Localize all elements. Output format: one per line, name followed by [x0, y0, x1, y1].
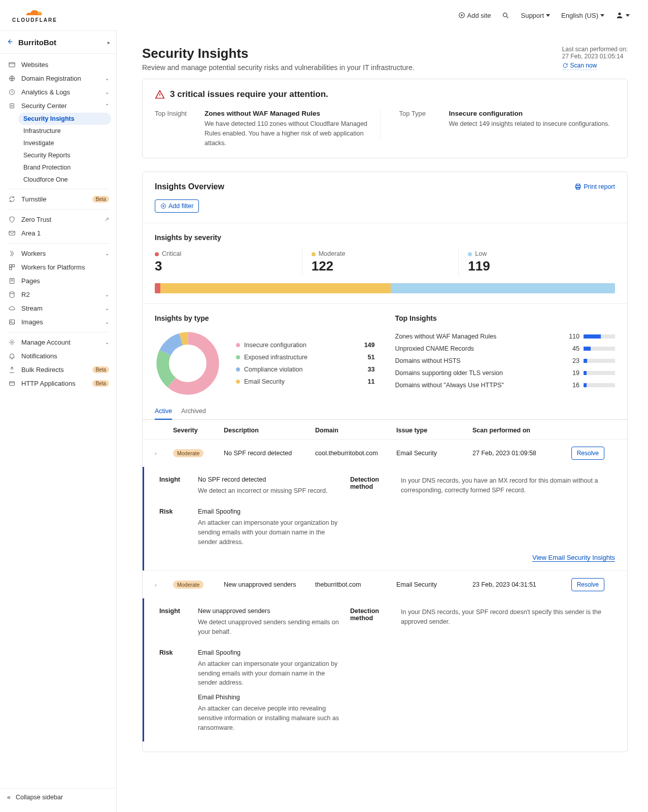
chevron-right-icon: ›: [155, 582, 168, 588]
caret-down-icon: [600, 14, 604, 17]
app-icon: [7, 380, 16, 387]
beta-badge: Beta: [92, 380, 109, 387]
sidebar-item-area1[interactable]: Area 1: [0, 226, 116, 240]
sidebar-item-images[interactable]: Images ⌄: [0, 315, 116, 329]
sidebar-item-notifications[interactable]: Notifications: [0, 349, 116, 363]
user-icon: [616, 11, 624, 19]
sidebar-item-turnstile[interactable]: Turnstile Beta: [0, 192, 116, 206]
row-description: New unapproved senders: [224, 581, 310, 588]
top-insights-heading: Top Insights: [395, 314, 616, 322]
sidebar-item-analytics[interactable]: Analytics & Logs ⌄: [0, 85, 116, 99]
sidebar-subitem-cloudforce-one[interactable]: Cloudforce One: [23, 174, 116, 186]
caret-down-icon: [626, 14, 630, 17]
arrow-left-icon: [6, 38, 13, 47]
main-content: Security Insights Review and manage pote…: [117, 30, 648, 812]
svg-point-13: [10, 292, 14, 294]
sidebar-item-r2[interactable]: R2 ⌄: [0, 288, 116, 301]
sidebar-subitem-security-insights[interactable]: Security Insights: [18, 113, 111, 125]
support-dropdown[interactable]: Support: [521, 12, 550, 19]
chevron-up-icon: ⌃: [105, 103, 109, 109]
storage-icon: [7, 291, 16, 298]
chevron-down-icon: ⌄: [105, 306, 109, 311]
account-switcher[interactable]: BurritoBot ▸: [0, 30, 116, 54]
workers-icon: [7, 250, 16, 257]
row-scan-time: 27 Feb, 2023 01:09:58: [472, 450, 559, 457]
sidebar-item-domain-registration[interactable]: Domain Registration ⌄: [0, 72, 116, 85]
plus-circle-icon: [160, 203, 166, 209]
scan-now-link[interactable]: Scan now: [562, 62, 597, 70]
add-filter-button[interactable]: Add filter: [155, 199, 199, 213]
top-type-label: Top Type: [399, 110, 440, 148]
svg-rect-3: [9, 62, 14, 67]
svg-point-1: [503, 13, 507, 17]
cloudflare-logo[interactable]: CLOUDFLARE: [12, 8, 57, 23]
row-issue-type: Email Security: [396, 581, 467, 588]
user-menu[interactable]: [616, 11, 630, 19]
insights-overview-card: Insights Overview Print report Add filte…: [142, 172, 628, 752]
row-issue-type: Email Security: [396, 450, 467, 457]
sidebar-subitem-investigate[interactable]: Investigate: [23, 137, 116, 149]
table-row[interactable]: › Moderate New unapproved senders thebur…: [143, 570, 627, 598]
row-scan-time: 23 Feb, 2023 04:31:51: [472, 581, 559, 588]
svg-point-26: [163, 339, 213, 389]
caret-down-icon: [546, 14, 550, 17]
chevron-down-icon: ⌄: [105, 251, 109, 256]
overview-title: Insights Overview: [155, 182, 224, 191]
row-detail: Insight No SPF record detectedWe detect …: [143, 467, 627, 570]
view-insights-link[interactable]: View Email Security Insights: [532, 554, 615, 562]
sidebar-item-websites[interactable]: Websites: [0, 58, 116, 72]
sidebar-item-stream[interactable]: Stream ⌄: [0, 301, 116, 315]
row-detail: Insight New unapproved sendersWe detect …: [143, 598, 627, 741]
svg-rect-11: [9, 267, 11, 269]
severity-pill: Moderate: [173, 449, 203, 457]
tab-active[interactable]: Active: [155, 403, 172, 420]
severity-pill: Moderate: [173, 581, 203, 589]
chevron-down-icon: ⌄: [105, 319, 109, 325]
sidebar-subitem-brand-protection[interactable]: Brand Protection: [23, 161, 116, 174]
page-title: Security Insights: [142, 46, 415, 61]
severity-bar-chart: [155, 283, 615, 293]
severity-heading: Insights by severity: [155, 233, 615, 242]
sidebar-item-security-center[interactable]: Security Center ⌃: [0, 99, 116, 113]
row-description: No SPF record detected: [224, 450, 310, 457]
svg-rect-9: [9, 265, 11, 267]
sidebar-item-zero-trust[interactable]: Zero Trust ↗: [0, 213, 116, 226]
svg-rect-14: [9, 320, 14, 324]
sidebar-item-bulk-redirects[interactable]: Bulk Redirects Beta: [0, 363, 116, 377]
clock-icon: [7, 88, 16, 96]
sidebar-item-workers[interactable]: Workers ⌄: [0, 247, 116, 260]
tab-archived[interactable]: Archived: [181, 403, 206, 420]
resolve-button[interactable]: Resolve: [571, 578, 604, 591]
chevron-down-icon: ⌄: [105, 292, 109, 297]
type-donut-chart: [155, 330, 221, 396]
sidebar: BurritoBot ▸ Websites Domain Registratio…: [0, 30, 117, 812]
mail-icon: [7, 229, 16, 237]
chevron-down-icon: ⌄: [105, 340, 109, 345]
beta-badge: Beta: [92, 366, 109, 373]
print-report-button[interactable]: Print report: [574, 183, 615, 190]
platform-icon: [7, 263, 16, 271]
image-icon: [7, 318, 16, 326]
svg-rect-8: [9, 231, 14, 235]
scan-metadata: Last scan performed on: 27 Feb, 2023 01:…: [562, 46, 628, 70]
chevron-down-icon: ⌄: [105, 89, 109, 95]
warning-icon: [155, 89, 165, 99]
resolve-button[interactable]: Resolve: [571, 447, 604, 460]
sidebar-item-http-applications[interactable]: HTTP Applications Beta: [0, 377, 116, 390]
svg-point-2: [618, 13, 621, 15]
sidebar-item-workers-platforms[interactable]: Workers for Platforms: [0, 260, 116, 274]
shield-icon: [7, 102, 16, 110]
collapse-sidebar-button[interactable]: « Collapse sidebar: [0, 788, 116, 806]
search-button[interactable]: [502, 12, 509, 19]
svg-rect-17: [9, 382, 14, 386]
table-row[interactable]: › Moderate No SPF record detected cool.t…: [143, 439, 627, 467]
bell-icon: [7, 352, 16, 360]
topbar: CLOUDFLARE Add site Support English (US): [0, 0, 648, 30]
refresh-icon: [562, 62, 568, 69]
sidebar-subitem-infrastructure[interactable]: Infrastructure: [23, 125, 116, 137]
add-site-button[interactable]: Add site: [458, 12, 491, 19]
sidebar-item-manage-account[interactable]: Manage Account ⌄: [0, 335, 116, 349]
sidebar-item-pages[interactable]: Pages: [0, 274, 116, 288]
language-dropdown[interactable]: English (US): [561, 12, 604, 19]
sidebar-subitem-security-reports[interactable]: Security Reports: [23, 149, 116, 161]
